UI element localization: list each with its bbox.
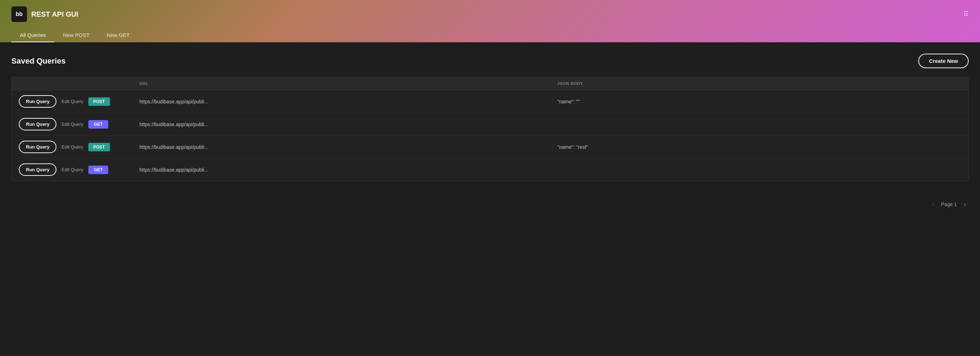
row-actions: Run Query Edit Query POST xyxy=(12,90,132,113)
row-json-body xyxy=(550,165,968,175)
row-url: https://budibase.app/api/publi... xyxy=(132,162,550,178)
nav-tabs: All Queries New POST New GET xyxy=(11,29,969,42)
row-json-body xyxy=(550,120,968,129)
pagination-page-label: Page 1 xyxy=(941,201,956,207)
method-badge-get: GET xyxy=(88,120,108,129)
edit-query-link[interactable]: Edit Query xyxy=(61,144,83,150)
table-row: Run Query Edit Query GET https://budibas… xyxy=(12,113,968,136)
section-title: Saved Queries xyxy=(11,56,66,66)
row-actions: Run Query Edit Query GET xyxy=(12,158,132,181)
col-header-json-body: JSON BODY xyxy=(550,77,968,90)
app-logo: bb xyxy=(11,6,27,22)
table-header: URL JSON BODY xyxy=(12,77,968,90)
tab-all-queries[interactable]: All Queries xyxy=(11,29,54,42)
method-badge-post: POST xyxy=(88,97,110,106)
grid-icon[interactable]: ⠿ xyxy=(963,10,969,19)
logo-area: bb REST API GUI xyxy=(11,6,78,22)
url-text: https://budibase.app/api/publi... xyxy=(140,121,208,127)
url-text: https://budibase.app/api/publi... xyxy=(140,167,208,173)
col-header-actions xyxy=(12,77,132,90)
section-header: Saved Queries Create New xyxy=(11,54,969,68)
row-actions: Run Query Edit Query POST xyxy=(12,136,132,158)
tab-new-post[interactable]: New POST xyxy=(54,29,98,42)
col-header-url: URL xyxy=(132,77,550,90)
main-content: Saved Queries Create New URL JSON BODY R… xyxy=(0,42,980,193)
run-query-button[interactable]: Run Query xyxy=(19,141,56,153)
row-json-body: "name": "" xyxy=(550,94,968,109)
row-url: https://budibase.app/api/publi... xyxy=(132,117,550,132)
app-title: REST API GUI xyxy=(31,10,78,19)
url-text: https://budibase.app/api/publi... xyxy=(140,99,208,104)
table-row: Run Query Edit Query POST https://budiba… xyxy=(12,90,968,113)
create-new-button[interactable]: Create New xyxy=(918,54,969,68)
edit-query-link[interactable]: Edit Query xyxy=(61,167,83,172)
pagination: ‹ Page 1 › xyxy=(0,193,980,216)
tab-new-get[interactable]: New GET xyxy=(98,29,138,42)
run-query-button[interactable]: Run Query xyxy=(19,163,56,176)
table-row: Run Query Edit Query POST https://budiba… xyxy=(12,136,968,158)
queries-table: URL JSON BODY Run Query Edit Query POST … xyxy=(11,77,969,181)
edit-query-link[interactable]: Edit Query xyxy=(61,121,83,127)
pagination-prev-button[interactable]: ‹ xyxy=(929,200,937,209)
run-query-button[interactable]: Run Query xyxy=(19,95,56,108)
row-json-body: "name": "rest" xyxy=(550,139,968,155)
method-badge-post: POST xyxy=(88,143,110,152)
run-query-button[interactable]: Run Query xyxy=(19,118,56,130)
url-text: https://budibase.app/api/publi... xyxy=(140,144,208,150)
app-header: bb REST API GUI ⠿ All Queries New POST N… xyxy=(0,0,980,42)
method-badge-get: GET xyxy=(88,166,108,174)
pagination-next-button[interactable]: › xyxy=(961,200,969,209)
table-row: Run Query Edit Query GET https://budibas… xyxy=(12,158,968,181)
row-url: https://budibase.app/api/publi... xyxy=(132,94,550,109)
edit-query-link[interactable]: Edit Query xyxy=(61,99,83,104)
row-url: https://budibase.app/api/publi... xyxy=(132,139,550,155)
row-actions: Run Query Edit Query GET xyxy=(12,113,132,136)
